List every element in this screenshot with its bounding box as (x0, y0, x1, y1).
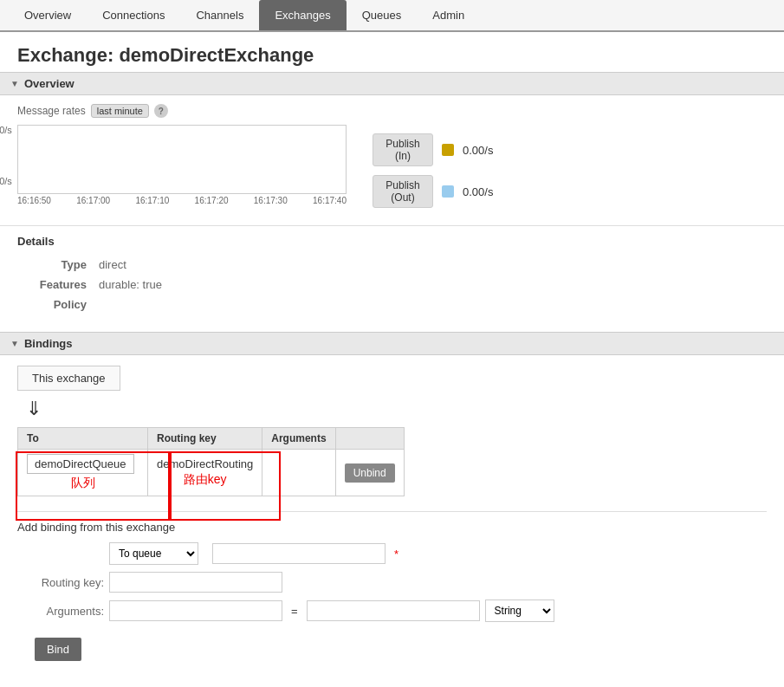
publish-in-row: Publish(In) 0.00/s (373, 133, 493, 166)
publish-out-label: Publish(Out) (373, 175, 433, 208)
overview-label: Overview (24, 77, 75, 90)
arguments-cell (262, 450, 335, 496)
bindings-section: ▼ Bindings This exchange ⇓ To Routing ke… (0, 332, 784, 680)
overview-section: ▼ Overview Message rates last minute ? 1… (0, 72, 784, 217)
nav-queues[interactable]: Queues (347, 0, 418, 30)
routing-key-value: demoDirectRouting (157, 457, 253, 470)
nav-connections[interactable]: Connections (87, 0, 180, 30)
col-to: To (18, 428, 148, 450)
equals-sign: = (291, 605, 298, 618)
chart-area: 1.0/s 0.0/s 16:16:50 16:17:00 16:17:10 1… (17, 125, 767, 208)
bindings-collapse-triangle: ▼ (10, 339, 19, 348)
details-body: Details Type direct Features durable: tr… (0, 226, 784, 323)
overview-body: Message rates last minute ? 1.0/s 0.0/s … (0, 95, 784, 217)
arguments-row: Arguments: = String Integer Boolean (17, 600, 767, 622)
bindings-label: Bindings (24, 337, 73, 350)
to-queue-select[interactable]: To queue To exchange (109, 542, 198, 565)
x-label-0: 16:16:50 (17, 196, 51, 205)
routing-key-cell: demoDirectRouting 路由key (148, 450, 262, 496)
features-value: durable: true (99, 278, 162, 291)
arguments-type-select[interactable]: String Integer Boolean (485, 600, 554, 622)
col-routing-key: Routing key (148, 428, 262, 450)
queue-name-box: demoDirectQueue (27, 454, 134, 474)
publish-in-color (442, 144, 454, 156)
publish-in-value: 0.00/s (463, 144, 493, 157)
action-cell: Unbind (335, 450, 404, 496)
to-cell: demoDirectQueue 队列 (18, 450, 148, 496)
nav-exchanges[interactable]: Exchanges (259, 0, 346, 30)
page-title: Exchange: demoDirectExchange (0, 32, 784, 72)
bindings-table-wrapper: To Routing key Arguments demoDirectQueue… (17, 427, 405, 509)
type-value: direct (99, 258, 126, 271)
x-label-3: 16:17:20 (195, 196, 229, 205)
routing-key-input[interactable] (109, 572, 282, 593)
nav-overview[interactable]: Overview (9, 0, 87, 30)
x-label-2: 16:17:10 (135, 196, 169, 205)
unbind-button[interactable]: Unbind (345, 463, 395, 483)
add-binding-header: Add binding from this exchange (17, 511, 767, 534)
publish-stats: Publish(In) 0.00/s Publish(Out) 0.00/s (373, 133, 493, 208)
page-title-prefix: Exchange: (17, 44, 113, 66)
page-title-name: demoDirectExchange (119, 44, 314, 66)
to-queue-row: To queue To exchange * (17, 542, 767, 565)
routing-annotation: 路由key (157, 472, 253, 488)
chart-container: 1.0/s 0.0/s 16:16:50 16:17:00 16:17:10 1… (17, 125, 347, 205)
bindings-table: To Routing key Arguments demoDirectQueue… (17, 427, 405, 496)
last-minute-badge[interactable]: last minute (91, 104, 149, 118)
publish-out-value: 0.00/s (463, 185, 493, 198)
publish-out-row: Publish(Out) 0.00/s (373, 175, 493, 208)
bindings-table-header-row: To Routing key Arguments (18, 428, 405, 450)
type-key: Type (17, 258, 87, 271)
features-key: Features (17, 278, 87, 291)
help-icon[interactable]: ? (154, 104, 168, 118)
queue-annotation: 队列 (27, 476, 139, 491)
required-star: * (394, 548, 398, 561)
x-label-5: 16:17:40 (313, 196, 347, 205)
chart-y-top: 1.0/s (0, 125, 12, 135)
publish-in-label: Publish(In) (373, 133, 433, 166)
message-rates-label: Message rates (17, 105, 86, 117)
details-heading: Details (17, 235, 767, 248)
type-row: Type direct (17, 255, 767, 275)
chart-box (17, 125, 347, 194)
bindings-body: This exchange ⇓ To Routing key Arguments (0, 355, 784, 680)
arguments-label: Arguments: (17, 605, 104, 618)
nav-channels[interactable]: Channels (180, 0, 259, 30)
col-action (335, 428, 404, 450)
nav-admin[interactable]: Admin (417, 0, 480, 30)
routing-key-label: Routing key: (17, 576, 104, 589)
policy-key: Policy (17, 298, 87, 311)
chart-x-labels: 16:16:50 16:17:00 16:17:10 16:17:20 16:1… (17, 196, 347, 205)
x-label-1: 16:17:00 (76, 196, 110, 205)
routing-key-row: Routing key: (17, 572, 767, 593)
table-row: demoDirectQueue 队列 demoDirectRouting 路由k… (18, 450, 405, 496)
overview-section-header[interactable]: ▼ Overview (0, 72, 784, 95)
chart-y-bottom: 0.0/s (0, 176, 12, 186)
policy-row: Policy (17, 295, 767, 314)
details-table: Type direct Features durable: true Polic… (17, 255, 767, 314)
bind-button[interactable]: Bind (35, 638, 81, 661)
collapse-triangle: ▼ (10, 79, 19, 88)
arguments-value-input[interactable] (307, 600, 480, 621)
bindings-section-header[interactable]: ▼ Bindings (0, 332, 784, 355)
top-navigation: Overview Connections Channels Exchanges … (0, 0, 784, 32)
to-queue-input[interactable] (212, 543, 386, 564)
features-row: Features durable: true (17, 275, 767, 295)
details-section: Details Type direct Features durable: tr… (0, 226, 784, 323)
message-rates-row: Message rates last minute ? (17, 104, 767, 118)
this-exchange-box: This exchange (17, 366, 120, 391)
arguments-key-input[interactable] (109, 600, 282, 621)
x-label-4: 16:17:30 (254, 196, 288, 205)
arrow-down-icon: ⇓ (26, 398, 767, 420)
publish-out-color (442, 185, 454, 198)
this-exchange-wrapper: This exchange ⇓ (17, 366, 767, 420)
col-arguments: Arguments (262, 428, 335, 450)
